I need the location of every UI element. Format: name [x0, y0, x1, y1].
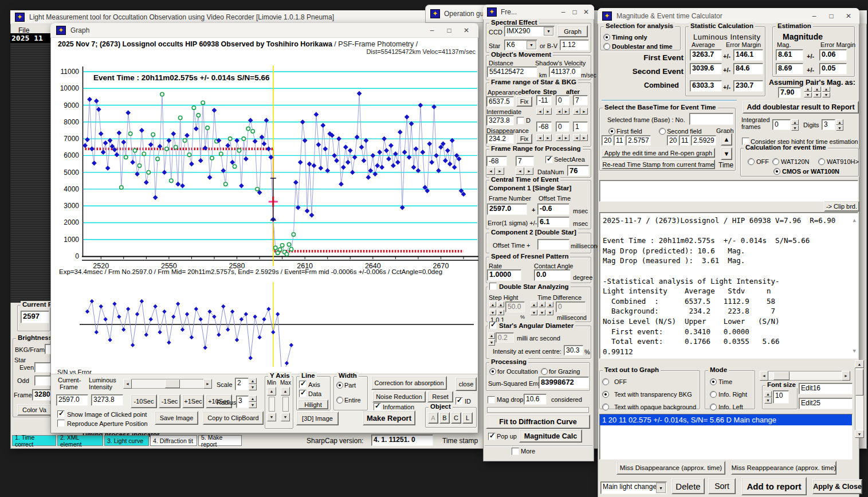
result-listbox[interactable]: 1 20 11 02.575 +/- 0.014s, S/N= 5.66 D M…: [599, 414, 853, 460]
t1-min-field[interactable]: 11: [614, 135, 625, 146]
mode-info-right-label: Info. Right: [718, 391, 747, 398]
output-scroll-up-icon[interactable]: ▲: [853, 217, 856, 223]
light-change-combo[interactable]: Main light change▼: [600, 482, 667, 494]
mode-info-right-radio[interactable]: [710, 391, 717, 398]
doublestar-time-radio[interactable]: [603, 43, 610, 50]
font-down-icon[interactable]: ▼: [764, 397, 772, 404]
first-event-label: First Event: [622, 53, 684, 62]
est-error-margin-header: Error Margin: [820, 41, 855, 48]
calc-scroll-right-icon[interactable]: ►: [842, 371, 850, 381]
pair-down3-icon[interactable]: ▼: [822, 92, 830, 97]
cmos-label: CMOS or WAT100N: [782, 168, 839, 175]
edit25-field[interactable]: Edit25: [799, 398, 853, 409]
timing-only-label: Timing only: [612, 34, 647, 41]
luminous-intensity-header: Luminous Intensity: [693, 33, 760, 41]
apply-edit-time-button[interactable]: Apply the edit time and Re-open graph: [602, 148, 715, 158]
pair-up3-icon[interactable]: ▲: [822, 87, 830, 92]
combined-avg-field[interactable]: 6303.3: [690, 80, 722, 92]
estimation-group-label: Estimation: [776, 22, 813, 29]
calc-minimize-icon[interactable]: –: [806, 12, 823, 20]
off-radio[interactable]: [748, 158, 755, 165]
calc-vscroll-down-icon[interactable]: ▼: [855, 430, 864, 438]
assuming-label: Assuming Pair's Mag. as:: [769, 79, 855, 87]
edit16-field[interactable]: Edit16: [799, 383, 853, 394]
selected-frame-field[interactable]: [689, 113, 733, 125]
add-to-report-button[interactable]: Add to report: [741, 477, 807, 495]
t2-hour-field[interactable]: 20: [667, 135, 678, 146]
calc-window-title: Magnitude & Event time Calculator: [616, 12, 722, 20]
wat120n-label: WAT120N: [781, 158, 810, 165]
textout-opaque-label: Text with opaque background: [614, 404, 696, 410]
miss-reappearance-button[interactable]: Miss Reapppearance (approx. time): [731, 461, 836, 475]
pair-mag-field[interactable]: 7.90: [778, 87, 801, 98]
pair-down2-icon[interactable]: ▼: [813, 92, 821, 97]
error-margin-header: Error Margin: [726, 41, 761, 48]
t1-sec-field[interactable]: 2.5757: [626, 135, 651, 146]
second-mag-field[interactable]: 8.69: [776, 63, 803, 75]
integrated-down-icon[interactable]: ▼: [791, 125, 799, 131]
sort-button[interactable]: Sort: [708, 478, 736, 494]
calc-titlebar[interactable]: ✦ Magnitude & Event time Calculator – □ …: [598, 8, 859, 24]
calc-scroll-left-icon[interactable]: ◄: [760, 371, 768, 381]
cmos-radio[interactable]: [773, 168, 780, 175]
textout-opaque-radio[interactable]: [602, 404, 609, 410]
digits-down-icon[interactable]: ▼: [836, 125, 843, 131]
calc-maximize-icon[interactable]: □: [823, 12, 840, 20]
calc-close-icon[interactable]: ✕: [840, 12, 857, 20]
t1-hour-field[interactable]: 20: [602, 135, 612, 146]
mode-info-left-radio[interactable]: [710, 404, 717, 410]
reread-timestamp-button[interactable]: Re-read Time Stamp from current frame: [602, 159, 715, 169]
first-mag-field[interactable]: 8.61: [776, 49, 803, 61]
miss-disappearance-button[interactable]: Miss Disappearance (approx. time): [616, 461, 725, 475]
textout-off-radio[interactable]: [602, 378, 609, 385]
calc-app-icon: ✦: [602, 11, 612, 21]
mode-time-radio[interactable]: [710, 378, 717, 385]
digits-field[interactable]: 3: [822, 119, 835, 130]
calc-vscroll-up-icon[interactable]: ▲: [855, 360, 864, 368]
graph-down-button[interactable]: ▼: [721, 147, 732, 160]
apply-close-button[interactable]: Apply & Close: [812, 479, 862, 494]
calc-vscroll-thumb[interactable]: [855, 369, 863, 396]
combined-err-field[interactable]: 230.7: [733, 80, 763, 92]
textout-transparency-radio[interactable]: [602, 391, 609, 398]
calc-separator: [602, 100, 737, 101]
first-err-field[interactable]: 146.1: [733, 49, 763, 61]
output-scroll-down-icon[interactable]: ▼: [853, 348, 856, 354]
second-err-field[interactable]: 84.6: [733, 63, 763, 75]
integrated-up-icon[interactable]: ▲: [791, 119, 799, 125]
light-change-dropdown-icon[interactable]: ▼: [656, 483, 666, 493]
first-field-label: First field: [616, 128, 642, 135]
pair-down1-icon[interactable]: ▼: [804, 92, 812, 97]
font-up-icon[interactable]: ▲: [764, 391, 772, 397]
second-avg-field[interactable]: 3039.6: [690, 63, 722, 75]
t2-min-field[interactable]: 11: [679, 135, 690, 146]
font-size-field[interactable]: 10: [773, 390, 789, 404]
average-header: Average: [692, 41, 715, 48]
report-preview-box[interactable]: [599, 180, 858, 202]
result-list-item-selected[interactable]: 1 20 11 02.575 +/- 0.014s, S/N= 5.66 D M…: [600, 414, 852, 425]
pair-up2-icon[interactable]: ▲: [813, 87, 821, 92]
first-field-radio[interactable]: [608, 128, 615, 135]
first-avg-field[interactable]: 3263.7: [690, 49, 722, 61]
statistic-group-label: Statistic Calculation: [689, 22, 755, 29]
analysis-output-box[interactable]: 2025-11-7 / (2673)Lossignol / HIP 60938 …: [599, 212, 858, 359]
mode-info-left-label: Info. Left: [718, 404, 743, 410]
second-event-label: Second Event: [622, 67, 684, 76]
wat910h-radio[interactable]: [818, 158, 825, 165]
textout-transparency-label: Text with transparency BKG: [614, 391, 692, 398]
add-doublestar-button[interactable]: Add doublestar result to Report: [743, 101, 859, 114]
delete-button[interactable]: Delete: [671, 478, 705, 494]
wat120n-radio[interactable]: [772, 158, 779, 165]
wat910h-label: WAT910H>: [827, 158, 859, 165]
integrated-frames-field[interactable]: 0: [772, 119, 791, 130]
calc-scrollbar-thumb[interactable]: [773, 371, 790, 380]
timing-only-radio[interactable]: [603, 34, 610, 41]
second-field-radio[interactable]: [659, 128, 666, 135]
second-mag-err-field[interactable]: 0.05: [819, 63, 847, 75]
clipboard-button[interactable]: -> Clip brd.: [824, 201, 859, 212]
t2-sec-field[interactable]: 2.5929: [691, 135, 716, 146]
graph-up-button[interactable]: ▲: [721, 133, 732, 146]
pair-up1-icon[interactable]: ▲: [804, 87, 812, 92]
digits-up-icon[interactable]: ▲: [836, 119, 843, 125]
first-mag-err-field[interactable]: 0.06: [819, 49, 847, 61]
